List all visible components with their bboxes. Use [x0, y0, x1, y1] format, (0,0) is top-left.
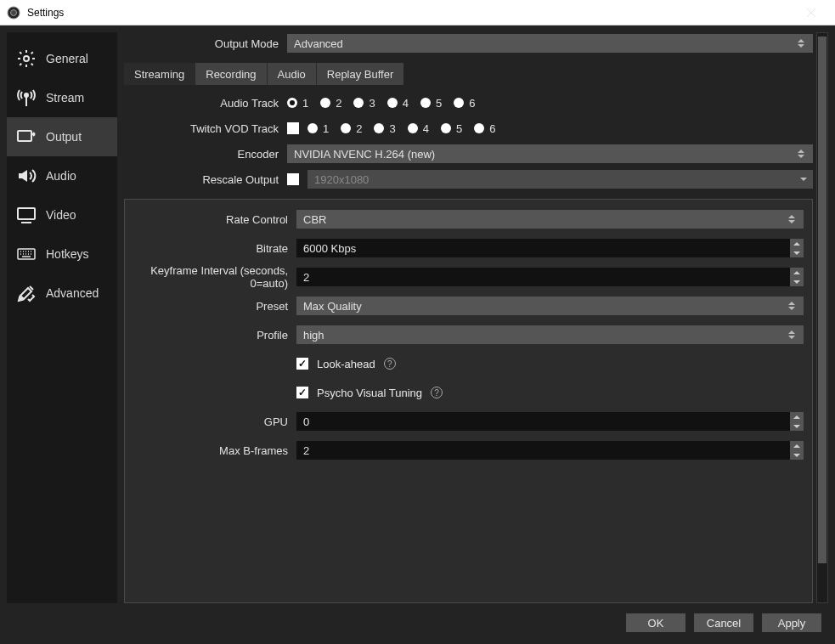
tools-icon [15, 282, 37, 304]
gpu-value: 0 [303, 415, 309, 428]
sidebar-item-label: Video [46, 208, 76, 222]
svg-rect-6 [18, 131, 31, 141]
tab-recording[interactable]: Recording [195, 63, 267, 85]
svg-point-5 [25, 93, 28, 97]
vod-track-1[interactable]: 1 [307, 122, 329, 135]
svg-point-4 [24, 56, 29, 61]
sidebar-item-label: Audio [46, 169, 76, 183]
audio-track-5[interactable]: 5 [420, 97, 442, 110]
output-icon [15, 126, 37, 148]
vod-track-5[interactable]: 5 [441, 122, 462, 135]
titlebar: Settings [0, 0, 835, 25]
encoder-label: Encoder [124, 148, 287, 161]
keyboard-icon [15, 243, 37, 265]
sidebar-item-label: Stream [46, 91, 84, 105]
profile-select[interactable]: high [296, 325, 804, 344]
output-mode-value: Advanced [294, 37, 343, 50]
bitrate-value: 6000 Kbps [303, 242, 356, 255]
encoder-settings-group: Rate Control CBR Bitrate [124, 199, 813, 603]
encoder-value: NVIDIA NVENC H.264 (new) [294, 148, 435, 161]
sidebar-item-hotkeys[interactable]: Hotkeys [7, 234, 117, 274]
preset-label: Preset [133, 300, 296, 313]
keyframe-value: 2 [303, 271, 309, 284]
bframes-input[interactable]: 2 [296, 441, 804, 460]
sidebar-item-output[interactable]: Output [7, 117, 117, 156]
sidebar-item-label: Output [46, 130, 82, 144]
profile-label: Profile [133, 329, 296, 342]
settings-window: Settings General Stream [0, 0, 835, 644]
audio-track-6[interactable]: 6 [454, 97, 475, 110]
help-icon[interactable]: ? [384, 358, 396, 370]
bitrate-label: Bitrate [133, 242, 296, 255]
svg-point-1 [11, 9, 17, 15]
sidebar-item-label: General [46, 52, 88, 65]
help-icon[interactable]: ? [431, 387, 443, 398]
rate-control-select[interactable]: CBR [296, 210, 804, 229]
keyframe-input[interactable]: 2 [296, 268, 804, 286]
cancel-button[interactable]: Cancel [694, 613, 753, 632]
close-button[interactable] [794, 0, 828, 25]
window-title: Settings [27, 7, 64, 19]
vod-track-label: Twitch VOD Track [124, 122, 287, 135]
audio-track-3[interactable]: 3 [353, 97, 375, 110]
gpu-label: GPU [133, 415, 296, 428]
tab-replay-buffer[interactable]: Replay Buffer [317, 63, 404, 85]
tab-audio[interactable]: Audio [268, 63, 317, 85]
vod-track-2[interactable]: 2 [341, 122, 362, 135]
bframes-label: Max B-frames [133, 444, 296, 457]
rescale-placeholder: 1920x1080 [314, 173, 369, 186]
gear-icon [15, 48, 37, 70]
rescale-label: Rescale Output [124, 173, 287, 186]
ok-button[interactable]: OK [626, 613, 685, 632]
preset-select[interactable]: Max Quality [296, 297, 804, 315]
sidebar-item-audio[interactable]: Audio [7, 156, 117, 195]
apply-button[interactable]: Apply [762, 613, 821, 632]
profile-value: high [303, 329, 324, 342]
monitor-icon [15, 204, 37, 226]
psycho-label: Psycho Visual Tuning [317, 387, 422, 399]
audio-track-label: Audio Track [124, 97, 287, 110]
dialog-buttonbar: OK Cancel Apply [7, 608, 828, 637]
sidebar-item-stream[interactable]: Stream [7, 78, 117, 117]
vod-track-enable-check[interactable] [287, 122, 299, 134]
rate-control-value: CBR [303, 213, 326, 226]
lookahead-check[interactable] [296, 358, 308, 370]
sidebar-item-label: Hotkeys [46, 247, 89, 261]
lookahead-label: Look-ahead [317, 358, 375, 370]
audio-track-1[interactable]: 1 [287, 97, 308, 110]
sidebar: General Stream Output [7, 32, 117, 603]
vod-track-6[interactable]: 6 [474, 122, 495, 135]
svg-rect-7 [18, 208, 35, 219]
output-mode-select[interactable]: Advanced [287, 34, 813, 53]
rate-control-label: Rate Control [133, 213, 296, 226]
preset-value: Max Quality [303, 300, 362, 313]
tab-streaming[interactable]: Streaming [124, 63, 195, 85]
sidebar-item-advanced[interactable]: Advanced [7, 274, 117, 313]
obs-icon [7, 6, 20, 20]
bitrate-input[interactable]: 6000 Kbps [296, 239, 804, 257]
output-mode-label: Output Mode [124, 37, 287, 50]
encoder-select[interactable]: NVIDIA NVENC H.264 (new) [287, 144, 813, 163]
bframes-value: 2 [303, 444, 309, 457]
vod-track-4[interactable]: 4 [408, 122, 429, 135]
scrollbar-thumb[interactable] [818, 37, 827, 563]
antenna-icon [15, 87, 37, 109]
speaker-icon [15, 165, 37, 187]
output-tabs: Streaming Recording Audio Replay Buffer [124, 63, 813, 85]
audio-track-2[interactable]: 2 [320, 97, 341, 110]
sidebar-item-video[interactable]: Video [7, 195, 117, 234]
audio-track-4[interactable]: 4 [387, 97, 409, 110]
rescale-check[interactable] [287, 173, 299, 185]
sidebar-item-label: Advanced [46, 286, 99, 300]
vertical-scrollbar[interactable] [816, 32, 828, 603]
keyframe-label: Keyframe Interval (seconds, 0=auto) [133, 264, 296, 290]
sidebar-item-general[interactable]: General [7, 39, 117, 78]
psycho-check[interactable] [296, 387, 308, 398]
gpu-input[interactable]: 0 [296, 412, 804, 431]
vod-track-3[interactable]: 3 [374, 122, 395, 135]
rescale-select: 1920x1080 [307, 170, 813, 189]
